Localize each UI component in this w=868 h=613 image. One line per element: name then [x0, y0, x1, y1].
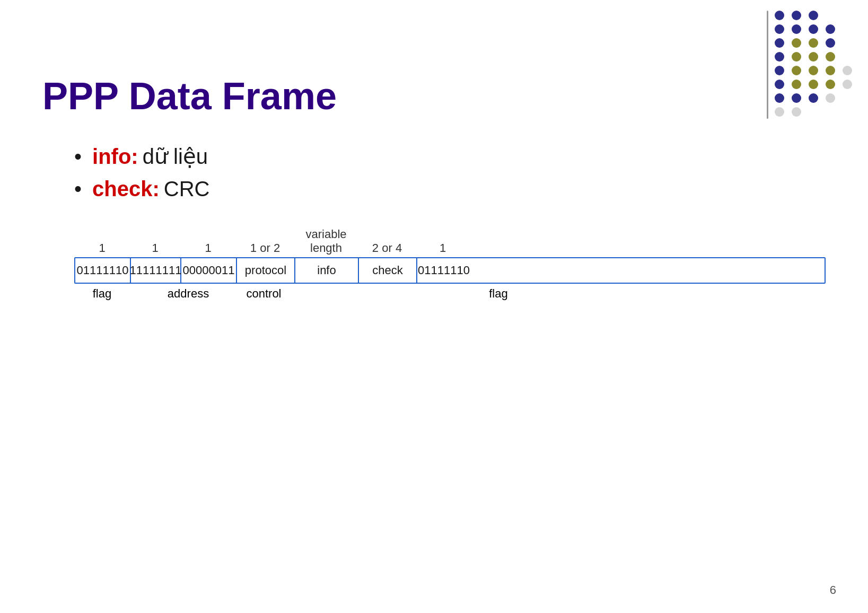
- size-label: 1: [130, 241, 180, 255]
- dot-2-3: [826, 38, 835, 48]
- dot-3-3: [826, 52, 835, 62]
- dot-3-1: [792, 52, 801, 62]
- frame-cell-0: 01111110: [75, 258, 131, 283]
- size-label: 1: [74, 241, 130, 255]
- dot-1-0: [775, 24, 784, 34]
- keyword-check: check:: [92, 177, 160, 201]
- dots-grid: [775, 11, 857, 119]
- frame-cell-3: protocol: [237, 258, 295, 283]
- dot-3-2: [809, 52, 818, 62]
- label-flag-right: flag: [472, 287, 525, 301]
- dot-1-4: [843, 24, 852, 34]
- size-label: 1: [180, 241, 236, 255]
- size-label: 1: [416, 241, 469, 255]
- bullet-list: info: dữ liệu check: CRC: [74, 144, 826, 201]
- bullet-info: info: dữ liệu: [74, 144, 826, 169]
- vertical-divider: [767, 11, 768, 119]
- dot-4-4: [843, 66, 852, 75]
- frame-cell-2: 00000011: [181, 258, 237, 283]
- size-label: 2 or 4: [358, 241, 416, 255]
- dot-0-1: [792, 11, 801, 20]
- dot-5-3: [826, 80, 835, 89]
- dot-3-0: [775, 52, 784, 62]
- frame-cell-5: check: [359, 258, 417, 283]
- text-check: CRC: [164, 177, 210, 201]
- frame-table: 011111101111111100000011protocolinfochec…: [74, 257, 826, 284]
- page-number: 6: [830, 583, 836, 597]
- slide-title: PPP Data Frame: [42, 74, 826, 118]
- slide-container: PPP Data Frame info: dữ liệu check: CRC …: [0, 0, 868, 613]
- bullet-check: check: CRC: [74, 177, 826, 201]
- dot-7-1: [792, 107, 801, 117]
- label-spacer: [292, 287, 472, 301]
- text-info: dữ liệu: [143, 144, 208, 169]
- keyword-info: info:: [92, 145, 138, 169]
- label-address: address: [130, 287, 236, 301]
- size-label: 1 or 2: [236, 241, 294, 255]
- dot-0-4: [843, 11, 852, 20]
- dot-5-4: [843, 80, 852, 89]
- dot-7-4: [843, 107, 852, 117]
- label-control: control: [236, 287, 292, 301]
- dot-0-3: [826, 11, 835, 20]
- dot-0-0: [775, 11, 784, 20]
- dots-decoration: [767, 11, 857, 119]
- dot-5-1: [792, 80, 801, 89]
- label-flag-left: flag: [74, 287, 130, 301]
- dot-1-1: [792, 24, 801, 34]
- dot-7-3: [826, 107, 835, 117]
- dot-2-2: [809, 38, 818, 48]
- dot-5-2: [809, 80, 818, 89]
- frame-cell-6: 01111110: [417, 258, 470, 283]
- dot-6-4: [843, 93, 852, 103]
- dot-4-0: [775, 66, 784, 75]
- dot-5-0: [775, 80, 784, 89]
- dot-4-3: [826, 66, 835, 75]
- label-row: flagaddresscontrolflag: [74, 287, 826, 301]
- dot-0-2: [809, 11, 818, 20]
- dot-2-0: [775, 38, 784, 48]
- dot-3-4: [843, 52, 852, 62]
- dot-1-3: [826, 24, 835, 34]
- dot-2-1: [792, 38, 801, 48]
- frame-cell-1: 11111111: [131, 258, 181, 283]
- dot-6-3: [826, 93, 835, 103]
- dot-6-0: [775, 93, 784, 103]
- dot-2-4: [843, 38, 852, 48]
- diagram-area: 1111 or 2variablelength2 or 41 011111101…: [74, 227, 826, 301]
- dot-7-0: [775, 107, 784, 117]
- dot-4-1: [792, 66, 801, 75]
- dot-4-2: [809, 66, 818, 75]
- frame-cell-4: info: [295, 258, 359, 283]
- size-label: variablelength: [294, 227, 358, 255]
- size-label-row: 1111 or 2variablelength2 or 41: [74, 227, 826, 255]
- dot-7-2: [809, 107, 818, 117]
- dot-1-2: [809, 24, 818, 34]
- dot-6-1: [792, 93, 801, 103]
- dot-6-2: [809, 93, 818, 103]
